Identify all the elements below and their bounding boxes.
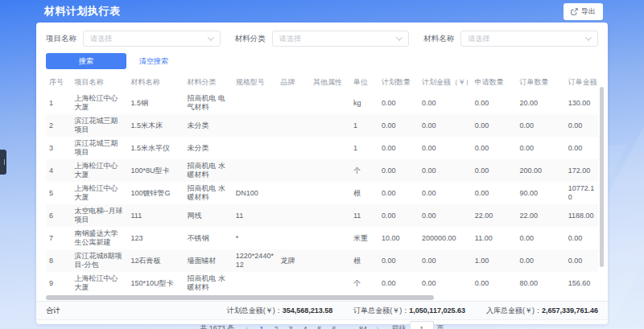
table-body: 1上海松江中心大厦1.5钢招商机电 电气材料kg0.000.000.0020.0…	[46, 92, 598, 294]
table-cell: 0.00	[472, 92, 517, 114]
plan-total-amount: 计划总金额(￥)：354,568,213.58	[227, 306, 333, 316]
table-cell	[277, 182, 309, 204]
page-title: 材料计划执行表	[44, 4, 121, 19]
column-header: 计划金额（￥）	[419, 76, 472, 92]
table-row: 9上海松江中心大厦150*10U型卡招商机电 水暖材料个0.000.000.00…	[46, 272, 598, 294]
summary-totals: 计划总金额(￥)：354,568,213.58 订单总金额(￥)：1,050,1…	[227, 306, 598, 316]
material-category-select[interactable]: 请选择	[272, 31, 410, 47]
chevron-down-icon	[396, 34, 402, 40]
table-cell: 上海松江中心大厦	[72, 159, 128, 182]
table-cell	[277, 227, 309, 249]
search-button[interactable]: 搜索	[46, 53, 126, 69]
table-cell	[310, 159, 350, 182]
table-cell: kg	[350, 92, 378, 114]
material-plan-table: 序号项目名称材料名称材料分类规格型号品牌其他属性单位计划数量计划金额（￥）申请数…	[46, 76, 598, 294]
filter-group-material-name: 材料名称 请选择	[423, 31, 598, 47]
table-row: 2滨江花城三期项目1.5米木床未分类10.000.000.000.000.00	[46, 114, 598, 137]
table-cell: 0.00	[516, 114, 564, 137]
pager-pages: 123456···84	[255, 323, 369, 329]
order-total-amount-value: 1,050,117,025.63	[409, 306, 465, 315]
table-cell: 4	[46, 159, 72, 182]
goto-page: 前往 页	[392, 321, 444, 329]
pager-next-button[interactable]: ›	[374, 324, 381, 329]
table-cell: 个	[350, 272, 378, 294]
horizontal-scrollbar[interactable]	[46, 295, 434, 300]
export-button[interactable]: 导出	[564, 3, 603, 20]
table-cell	[310, 182, 350, 204]
table-cell	[277, 204, 309, 227]
inbound-total-amount: 入库总金额(￥)：2,657,339,761.46	[486, 306, 598, 316]
table-cell: 滨江花城8期项目-分包	[72, 249, 128, 272]
table-cell: 172.00	[565, 159, 598, 182]
plan-total-amount-value: 354,568,213.58	[283, 306, 333, 315]
table-cell: 11	[233, 204, 278, 227]
table-cell: 20.00	[516, 92, 564, 114]
table-cell: 1	[46, 92, 72, 114]
table-cell: 0.00	[378, 137, 419, 159]
table-cell: 招商机电 水暖材料	[184, 272, 232, 294]
table-cell: 0.00	[419, 114, 472, 137]
table-cell: 0.00	[378, 114, 419, 137]
select-placeholder: 请选择	[90, 34, 112, 44]
table-cell: 墙面辅材	[184, 249, 232, 272]
goto-page-input[interactable]	[410, 321, 434, 329]
table-cell: 0.00	[419, 272, 472, 294]
table-cell: 0.00	[378, 249, 419, 272]
table-row: 7南钢盛达大学生公寓新建123不锈钢*米重10.00200000.0011.00…	[46, 227, 598, 249]
table-cell: 0.00	[472, 182, 517, 204]
table-cell: 111	[128, 204, 184, 227]
table-cell: 9	[46, 272, 72, 294]
pager-page-6[interactable]: 6	[328, 323, 341, 329]
clear-search-link[interactable]: 清空搜索	[139, 56, 168, 67]
pager-page-4[interactable]: 4	[299, 323, 312, 329]
pager-page-84[interactable]: 84	[357, 323, 369, 329]
table-cell: 22.00	[472, 204, 517, 227]
project-name-select[interactable]: 请选择	[83, 31, 221, 47]
table-row: 6太空电梯--月球项目111网线11110.000.0022.0022.0011…	[46, 204, 598, 227]
vertical-scrollbar[interactable]	[600, 87, 604, 267]
table-cell: 1188.00	[565, 204, 598, 227]
table-cell: 10772.10	[565, 182, 598, 204]
pager-page-3[interactable]: 3	[284, 323, 297, 329]
order-total-amount: 订单总金额(￥)：1,050,117,025.63	[353, 306, 465, 316]
table-cell: 未分类	[184, 114, 232, 137]
filter-group-material-category: 材料分类 请选择	[235, 31, 410, 47]
goto-label: 前往	[392, 323, 407, 329]
table-cell: 太空电梯--月球项目	[72, 204, 128, 227]
pager-page-5[interactable]: 5	[313, 323, 326, 329]
table-cell: 0.00	[378, 204, 419, 227]
table-cell: 0.00	[565, 137, 598, 159]
table-cell: 1.5钢	[128, 92, 184, 114]
table-cell: 8	[46, 249, 72, 272]
table-cell: 1.5米水平仪	[128, 137, 184, 159]
sidebar-toggle-handle[interactable]	[0, 150, 6, 175]
table-cell: 上海松江中心大厦	[72, 272, 128, 294]
table-cell: 1	[350, 114, 378, 137]
pager-prev-button[interactable]: ‹	[244, 324, 250, 329]
table-cell: 80.00	[516, 272, 564, 294]
table-cell: 1220*2440*12	[233, 249, 278, 272]
filter-label-project: 项目名称	[46, 34, 76, 44]
table-cell: 200.00	[516, 159, 564, 182]
column-header: 材料分类	[184, 76, 232, 92]
content-card: 项目名称 请选择 材料分类 请选择 材料名称 请选择	[36, 23, 608, 324]
table-header-row: 序号项目名称材料名称材料分类规格型号品牌其他属性单位计划数量计划金额（￥）申请数…	[46, 76, 598, 92]
table-cell: 招商机电 电气材料	[184, 92, 232, 114]
table-cell: 11.00	[472, 227, 517, 249]
table-row: 5上海松江中心大厦100镀锌管G招商机电 水暖材料DN100根0.000.000…	[46, 182, 598, 204]
column-header: 项目名称	[72, 76, 128, 92]
table-row: 4上海松江中心大厦100*8U型卡招商机电 水暖材料个0.000.000.002…	[46, 159, 598, 182]
material-name-select[interactable]: 请选择	[460, 31, 598, 47]
top-bar: 材料计划执行表 导出	[44, 0, 603, 23]
table-cell: 招商机电 水暖材料	[184, 159, 232, 182]
table-cell	[277, 114, 309, 137]
table-cell: 0.00	[516, 227, 564, 249]
table-cell: 南钢盛达大学生公寓新建	[72, 227, 128, 249]
table-cell	[310, 204, 350, 227]
inbound-total-amount-value: 2,657,339,761.46	[542, 306, 598, 315]
select-placeholder: 请选择	[279, 34, 301, 44]
column-header: 其他属性	[310, 76, 350, 92]
pager-page-2[interactable]: 2	[270, 323, 283, 329]
pager-page-1[interactable]: 1	[255, 323, 268, 329]
table-cell	[277, 272, 309, 294]
